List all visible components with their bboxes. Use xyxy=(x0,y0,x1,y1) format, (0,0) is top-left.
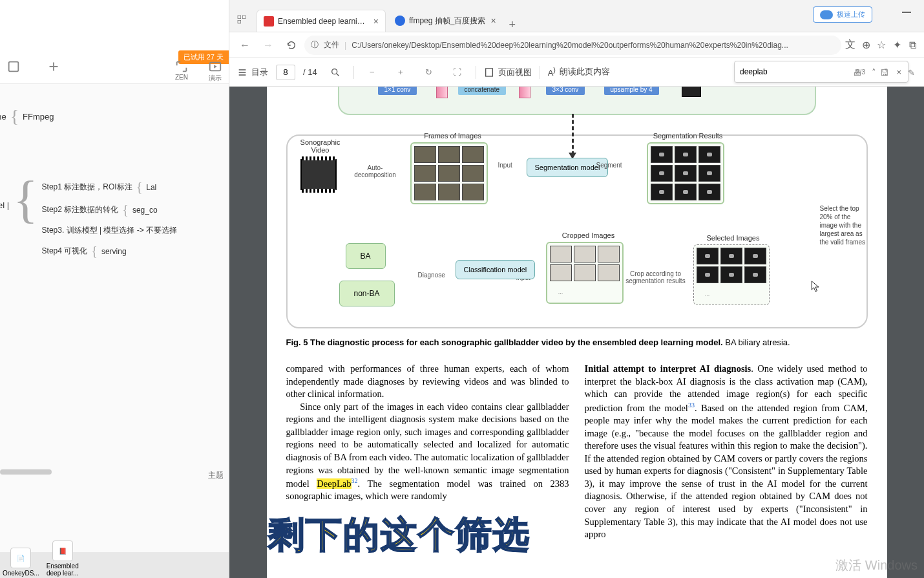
zoom-in-button[interactable]: + xyxy=(390,62,411,83)
tab-pdf[interactable]: Ensembled deep learning model × xyxy=(257,10,386,32)
nonba-box: non-BA xyxy=(339,281,395,306)
label-autodecomp: Auto-decomposition xyxy=(350,164,401,178)
fit-button[interactable]: ⛶ xyxy=(447,62,468,83)
deeplab-highlight: DeepLab xyxy=(317,478,351,489)
forward-button: → xyxy=(258,35,278,56)
node-ation-model[interactable]: ation Model | xyxy=(0,200,9,210)
layer-bar-1 xyxy=(436,87,448,98)
tab-baidu[interactable]: ffmpeg 抽帧_百度搜索 × xyxy=(388,10,503,32)
diagram-top-frame: 1×1 conv concatenate 3×3 conv upsample b… xyxy=(338,87,816,115)
concat-box: concatenate xyxy=(458,87,507,95)
toolbar-btn-add[interactable] xyxy=(47,59,61,74)
theme-label: 主题 xyxy=(208,470,224,481)
search-in-pdf-button[interactable] xyxy=(325,62,346,83)
page-view-button[interactable]: 页面视图 xyxy=(484,67,532,78)
collections-icon[interactable]: ⧉ xyxy=(906,39,919,52)
node-step2[interactable]: Step2 标注数据的转化{seg_co xyxy=(42,202,177,217)
label-diagnose: Diagnose xyxy=(418,272,445,279)
cursor-icon xyxy=(811,281,820,294)
page-input[interactable] xyxy=(276,65,295,80)
subtitle-overlay: 剩下的这个筛选 xyxy=(268,511,530,560)
baidu-icon xyxy=(395,16,405,26)
tab-actions-button[interactable] xyxy=(229,7,254,32)
label-sono: Sonographic Video xyxy=(291,138,350,154)
upsample-box: upsample by 4 xyxy=(604,87,659,95)
video-icon xyxy=(300,159,337,190)
close-icon[interactable]: × xyxy=(373,16,379,27)
svg-rect-0 xyxy=(9,62,19,72)
label-cropped: Cropped Images xyxy=(550,231,627,239)
rotate-button[interactable]: ↻ xyxy=(419,62,439,83)
mindmap-canvas[interactable]: rame { FFmpeg ation Model | { Step1 标注数据… xyxy=(0,84,229,266)
node-frame[interactable]: rame xyxy=(0,112,6,122)
translate-icon[interactable]: 文 xyxy=(844,39,857,52)
zoom-out-button[interactable]: − xyxy=(362,62,383,83)
pdf-viewport[interactable]: 1×1 conv concatenate 3×3 conv upsample b… xyxy=(229,87,924,578)
new-tab-button[interactable]: + xyxy=(503,18,522,32)
svg-point-5 xyxy=(331,69,337,74)
zen-button[interactable]: ZEN xyxy=(174,59,189,83)
favorites-bar-icon[interactable]: ✦ xyxy=(890,39,903,52)
back-button[interactable]: ← xyxy=(235,35,255,56)
class-model-box: Classification model xyxy=(456,260,536,279)
toc-button[interactable]: 目录 xyxy=(237,67,268,78)
info-icon[interactable]: ⓘ xyxy=(311,39,319,50)
scrollbar[interactable] xyxy=(0,469,52,475)
layer-bar-2 xyxy=(519,87,530,98)
task-item-1[interactable]: 📄OnekeyDS... xyxy=(3,548,39,577)
minimize-button[interactable] xyxy=(902,12,911,13)
pdf-toolbar: 目录 / 14 − + ↻ ⛶ 页面视图 A)朗读此页内容 2/3 ˄ ˅ × … xyxy=(229,58,924,87)
node-step3[interactable]: Step3. 训练模型 | 模型选择 -> 不要选择 xyxy=(42,225,177,236)
print-button[interactable]: 🖶 xyxy=(846,62,867,83)
segresults-grid xyxy=(647,142,724,204)
node-step4[interactable]: Step4 可视化{serving xyxy=(42,244,177,259)
output-thumb xyxy=(682,87,701,97)
conv3-box: 3×3 conv xyxy=(546,87,585,95)
pdf-icon xyxy=(264,16,274,27)
svg-rect-3 xyxy=(242,16,246,19)
ba-box: BA xyxy=(346,243,386,269)
selected-grid: ... xyxy=(693,244,770,305)
label-selected: Selected Images xyxy=(695,234,772,242)
label-segment: Segment xyxy=(596,162,622,169)
right-column: Initial attempt to interpret AI diagnosi… xyxy=(585,363,868,541)
label-input: Input xyxy=(498,162,512,169)
zoom-icon[interactable]: ⊕ xyxy=(859,39,872,52)
cloud-upload-button[interactable]: 极速上传 xyxy=(813,6,872,23)
titlebar: Ensembled deep learning model × ffmpeg 抽… xyxy=(229,0,924,32)
addressbar: ← → ⓘ 文件 | C:/Users/onekey/Desktop/Ensem… xyxy=(229,32,924,58)
svg-rect-6 xyxy=(485,69,492,76)
task-item-2[interactable]: 📕Ensembled deep lear... xyxy=(43,541,82,577)
mindmap-app: 已试用 27 天 ZEN 演示 rame { FFmpeg ation Mode… xyxy=(0,0,229,578)
mindmap-toolbar: 已试用 27 天 ZEN 演示 xyxy=(0,0,229,84)
more-button[interactable]: ✎ xyxy=(901,62,921,83)
refresh-button[interactable] xyxy=(281,35,302,56)
label-segresults: Segmentation Results xyxy=(643,132,733,140)
node-ffmpeg[interactable]: FFmpeg xyxy=(23,112,54,122)
url-text: C:/Users/onekey/Desktop/Ensembled%20deep… xyxy=(352,41,835,50)
figure-caption: Fig. 5 The diagnostic process for each s… xyxy=(286,337,868,347)
save-button[interactable]: 🖫 xyxy=(874,62,894,83)
cropped-grid: ... xyxy=(546,242,624,304)
page-total: / 14 xyxy=(303,67,317,77)
svg-rect-4 xyxy=(238,20,241,23)
read-aloud-button[interactable]: A)朗读此页内容 xyxy=(548,66,610,78)
toolbar-btn-1[interactable] xyxy=(6,59,21,74)
url-box[interactable]: ⓘ 文件 | C:/Users/onekey/Desktop/Ensembled… xyxy=(304,36,841,55)
cloud-icon xyxy=(820,10,833,19)
frames-grid xyxy=(410,142,488,204)
pdf-page: 1×1 conv concatenate 3×3 conv upsample b… xyxy=(267,87,887,578)
close-icon[interactable]: × xyxy=(490,16,496,26)
side-note: Select the top 20% of the image with the… xyxy=(820,204,869,246)
favorite-icon[interactable]: ☆ xyxy=(875,39,888,52)
svg-rect-2 xyxy=(238,16,241,19)
diagram-main: Sonographic Video Auto-decomposition Fra… xyxy=(286,134,868,328)
conv1-box: 1×1 conv xyxy=(378,87,417,95)
browser-window: Ensembled deep learning model × ffmpeg 抽… xyxy=(229,0,924,578)
label-crop: Crop according to segmentation results xyxy=(624,270,688,284)
windows-watermark: 激活 Windows xyxy=(835,557,918,574)
node-step1[interactable]: Step1 标注数据，ROI标注{Lal xyxy=(42,180,177,195)
present-button[interactable]: 演示 xyxy=(208,59,222,83)
label-frames: Frames of Images xyxy=(414,132,492,140)
file-label: 文件 xyxy=(324,39,339,50)
